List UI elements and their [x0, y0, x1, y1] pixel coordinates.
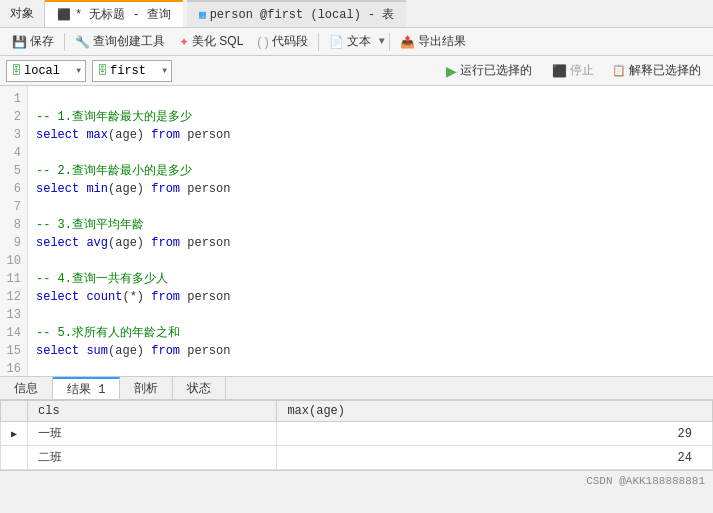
result-row-2[interactable]: 二班 24	[1, 446, 713, 470]
tab-profile[interactable]: 剖析	[120, 377, 173, 399]
row-indicator-header	[1, 401, 28, 422]
export-button[interactable]: 📤 导出结果	[394, 31, 472, 52]
sql-14: select sum(age) from person	[36, 344, 230, 358]
db-selector[interactable]: 🗄 local ▼	[6, 60, 86, 82]
toolbar: 💾 保存 🔧 查询创建工具 ✦ 美化 SQL ( ) 代码段 📄 文本 ▼ 📤 …	[0, 28, 713, 56]
sql-5: select min(age) from person	[36, 182, 230, 196]
tab-info[interactable]: 信息	[0, 377, 53, 399]
db-dropdown-arrow: ▼	[76, 66, 81, 75]
results-table: cls max(age) ▶ 一班 29 二班 24	[0, 400, 713, 470]
explain-button[interactable]: 📋 解释已选择的	[606, 60, 707, 81]
export-icon: 📤	[400, 35, 415, 49]
query-tab-label: * 无标题 - 查询	[75, 6, 171, 23]
tab-status[interactable]: 状态	[173, 377, 226, 399]
save-button[interactable]: 💾 保存	[6, 31, 60, 52]
stop-button[interactable]: ⬛ 停止	[546, 60, 600, 81]
editor-area: 1 2 3 4 5 6 7 8 9 10 11 12 13 14 15 16 1…	[0, 86, 713, 376]
row-arrow-2	[1, 446, 28, 470]
query-tab-active[interactable]: ⬛ * 无标题 - 查询	[45, 0, 183, 27]
schema-dropdown-arrow: ▼	[162, 66, 167, 75]
cell-maxage-2: 24	[277, 446, 713, 470]
results-area: cls max(age) ▶ 一班 29 二班 24	[0, 400, 713, 470]
query-tab-icon: ⬛	[57, 8, 71, 21]
selector-bar: 🗄 local ▼ 🗄 first ▼ ▶ 运行已选择的 ⬛ 停止 📋 解释已选…	[0, 56, 713, 86]
db-value: local	[24, 64, 60, 78]
comment-13: -- 5.求所有人的年龄之和	[36, 326, 180, 340]
db-icon: 🗄	[11, 64, 22, 77]
code-segment-icon: ( )	[257, 35, 268, 49]
run-button[interactable]: ▶ 运行已选择的	[438, 60, 540, 81]
schema-icon: 🗄	[97, 64, 108, 77]
comment-1: -- 1.查询年龄最大的是多少	[36, 110, 192, 124]
text-button[interactable]: 📄 文本	[323, 31, 377, 52]
col-header-cls: cls	[28, 401, 277, 422]
explain-icon: 📋	[612, 64, 626, 77]
object-panel-label: 对象	[0, 0, 45, 27]
cell-cls-1: 一班	[28, 422, 277, 446]
comment-4: -- 2.查询年龄最小的是多少	[36, 164, 192, 178]
sql-2: select max(age) from person	[36, 128, 230, 142]
schema-value: first	[110, 64, 146, 78]
beautify-icon: ✦	[179, 35, 189, 49]
cell-cls-2: 二班	[28, 446, 277, 470]
title-bar: 对象 ⬛ * 无标题 - 查询 ▦ person @first (local) …	[0, 0, 713, 28]
tab-result1[interactable]: 结果 1	[53, 377, 120, 399]
toolbar-sep-3	[389, 33, 390, 51]
sql-11: select count(*) from person	[36, 290, 230, 304]
query-builder-icon: 🔧	[75, 35, 90, 49]
schema-selector[interactable]: 🗄 first ▼	[92, 60, 172, 82]
save-icon: 💾	[12, 35, 27, 49]
table-tab[interactable]: ▦ person @first (local) - 表	[187, 0, 406, 27]
comment-7: -- 3.查询平均年龄	[36, 218, 144, 232]
cell-maxage-1: 29	[277, 422, 713, 446]
query-builder-button[interactable]: 🔧 查询创建工具	[69, 31, 171, 52]
col-header-maxage: max(age)	[277, 401, 713, 422]
code-editor[interactable]: -- 1.查询年龄最大的是多少 select max(age) from per…	[28, 86, 713, 376]
sql-8: select avg(age) from person	[36, 236, 230, 250]
status-text: CSDN @AKK188888881	[586, 475, 705, 487]
code-segment-button[interactable]: ( ) 代码段	[251, 31, 313, 52]
status-bar: CSDN @AKK188888881	[0, 470, 713, 490]
beautify-sql-button[interactable]: ✦ 美化 SQL	[173, 31, 249, 52]
toolbar-sep-1	[64, 33, 65, 51]
bottom-tabs: 信息 结果 1 剖析 状态	[0, 376, 713, 400]
run-icon: ▶	[446, 63, 457, 79]
toolbar-sep-2	[318, 33, 319, 51]
stop-icon: ⬛	[552, 64, 567, 78]
toolbar-arrow: ▼	[379, 36, 385, 47]
comment-10: -- 4.查询一共有多少人	[36, 272, 168, 286]
text-icon: 📄	[329, 35, 344, 49]
table-tab-icon: ▦	[199, 8, 206, 21]
table-tab-label: person @first (local) - 表	[210, 6, 395, 23]
line-numbers: 1 2 3 4 5 6 7 8 9 10 11 12 13 14 15 16 1…	[0, 86, 28, 376]
row-arrow-1: ▶	[1, 422, 28, 446]
result-row-1[interactable]: ▶ 一班 29	[1, 422, 713, 446]
